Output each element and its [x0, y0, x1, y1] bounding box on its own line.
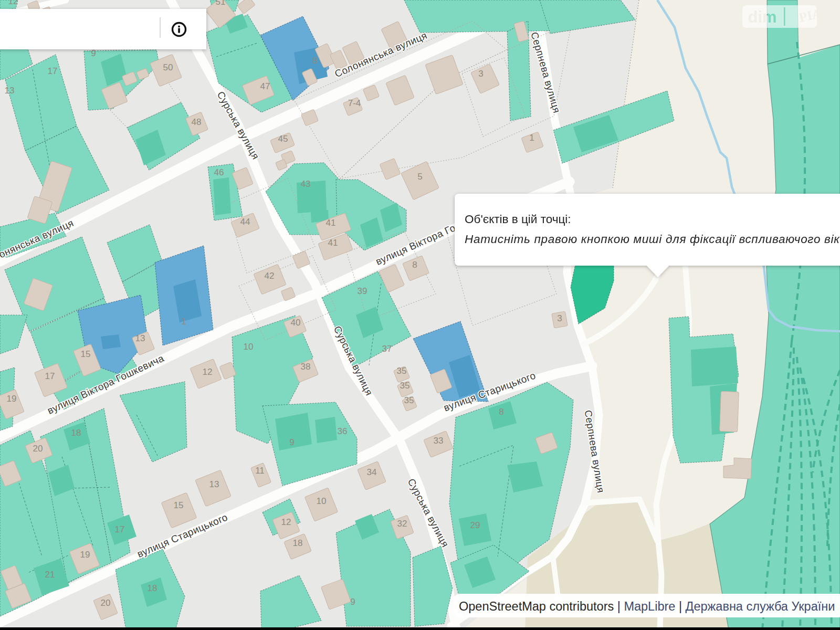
svg-text:42: 42 [265, 271, 275, 281]
svg-text:12: 12 [8, 0, 18, 6]
svg-text:17: 17 [45, 371, 55, 381]
svg-text:13: 13 [209, 479, 219, 489]
svg-text:17: 17 [115, 524, 125, 534]
svg-text:34: 34 [367, 467, 377, 477]
svg-text:7-4: 7-4 [348, 98, 361, 108]
svg-text:43: 43 [301, 179, 311, 189]
svg-text:3: 3 [478, 69, 483, 79]
svg-text:39: 39 [358, 286, 368, 296]
svg-text:33: 33 [434, 436, 444, 446]
svg-text:45: 45 [278, 134, 288, 144]
svg-text:36: 36 [338, 426, 348, 436]
svg-text:18: 18 [71, 428, 81, 438]
svg-text:10: 10 [317, 496, 327, 506]
svg-text:9: 9 [289, 437, 294, 447]
svg-text:51: 51 [216, 0, 226, 7]
svg-text:41: 41 [328, 238, 338, 248]
svg-text:Натисніть правою кнопкою миші: Натисніть правою кнопкою миші для фіксац… [465, 233, 840, 246]
svg-text:8: 8 [312, 56, 317, 66]
svg-text:29: 29 [470, 520, 480, 530]
svg-text:21: 21 [45, 570, 55, 580]
svg-text:5: 5 [417, 172, 422, 182]
svg-text:8: 8 [412, 260, 417, 270]
svg-text:15: 15 [174, 500, 184, 510]
svg-text:9: 9 [91, 48, 96, 58]
svg-text:19: 19 [80, 550, 90, 560]
svg-text:18: 18 [293, 538, 303, 548]
svg-text:47: 47 [260, 81, 270, 91]
svg-text:38: 38 [301, 362, 311, 372]
svg-text:12: 12 [203, 367, 213, 377]
svg-text:12: 12 [281, 517, 291, 527]
svg-text:19: 19 [7, 394, 17, 404]
svg-text:20: 20 [101, 598, 111, 608]
svg-text:48: 48 [192, 117, 202, 127]
svg-text:44: 44 [240, 217, 250, 227]
svg-text:18: 18 [148, 583, 158, 593]
svg-text:35: 35 [404, 395, 414, 405]
svg-text:9: 9 [350, 597, 355, 607]
svg-text:1: 1 [529, 133, 534, 143]
svg-text:13: 13 [5, 86, 15, 96]
svg-text:Об'єктів в цій точці:: Об'єктів в цій точці: [465, 213, 571, 226]
svg-text:8: 8 [499, 407, 503, 417]
svg-text:1: 1 [181, 317, 186, 327]
svg-text:13: 13 [135, 333, 145, 343]
svg-text:46: 46 [214, 167, 224, 177]
svg-text:32: 32 [397, 519, 407, 529]
svg-text:50: 50 [163, 62, 173, 72]
svg-text:17: 17 [48, 66, 58, 76]
svg-text:40: 40 [291, 318, 301, 328]
svg-text:41: 41 [326, 218, 336, 228]
svg-text:35: 35 [397, 366, 407, 376]
svg-text:OpenStreetMap contributors | M: OpenStreetMap contributors | MapLibre | … [459, 600, 835, 613]
svg-text:35: 35 [400, 381, 410, 391]
svg-text:10: 10 [244, 342, 254, 352]
svg-text:3: 3 [557, 313, 562, 323]
svg-text:20: 20 [33, 444, 43, 454]
svg-text:37: 37 [382, 344, 392, 354]
svg-text:11: 11 [255, 466, 265, 476]
svg-text:15: 15 [81, 349, 91, 359]
